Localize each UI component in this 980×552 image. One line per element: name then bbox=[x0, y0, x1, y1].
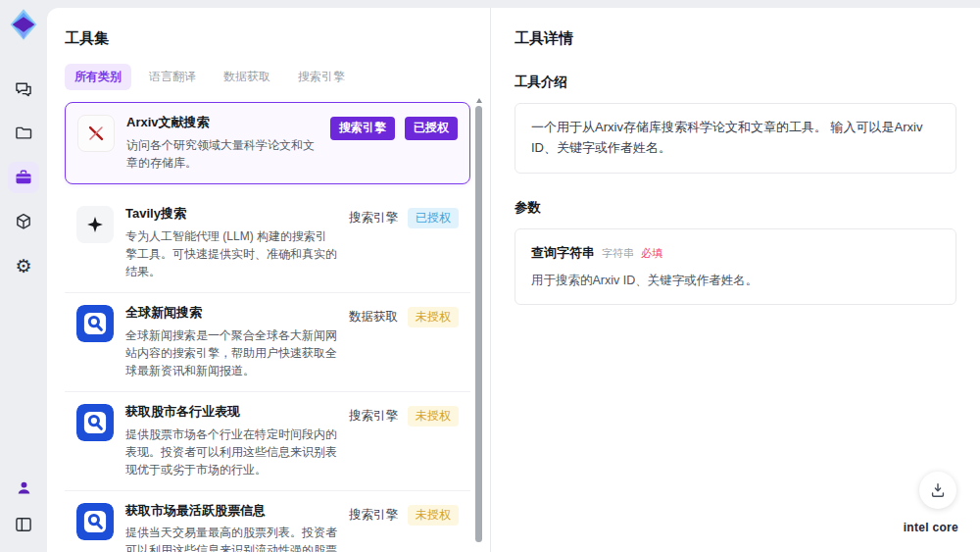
status-badge: 已授权 bbox=[408, 208, 459, 229]
download-icon bbox=[928, 480, 948, 500]
tool-name: Tavily搜索 bbox=[125, 206, 337, 223]
panel-icon bbox=[14, 515, 33, 534]
briefcase-icon bbox=[14, 168, 33, 187]
tool-list: Arxiv文献搜索 访问各个研究领域大量科学论文和文章的存储库。 搜索引擎 已授… bbox=[65, 102, 470, 552]
gear-icon: ⚙ bbox=[15, 257, 31, 276]
tab-data-fetching[interactable]: 数据获取 bbox=[214, 64, 280, 90]
stock-search-icon bbox=[76, 503, 114, 540]
tool-list-panel: 工具集 所有类别 语言翻译 数据获取 搜索引擎 Arxiv文献搜索 访问各个研究… bbox=[47, 8, 490, 552]
sidebar-item-user[interactable] bbox=[8, 472, 39, 503]
params-heading: 参数 bbox=[514, 199, 956, 217]
intel-core-logo: intel core bbox=[904, 521, 958, 534]
status-badge: 未授权 bbox=[408, 307, 459, 328]
category-badge: 搜索引擎 bbox=[330, 117, 395, 140]
tavily-icon bbox=[76, 206, 114, 243]
param-box: 查询字符串 字符串 必填 用于搜索的Arxiv ID、关键字或作者姓名。 bbox=[514, 228, 956, 306]
tool-description: 提供股票市场各个行业在特定时间段内的表现。投资者可以利用这些信息来识别表现优于或… bbox=[125, 426, 337, 478]
tool-card-active-stocks[interactable]: 获取市场最活跃股票信息 提供当天交易量最高的股票列表。投资者可以利用这些信息来识… bbox=[65, 490, 470, 552]
category-tabs: 所有类别 语言翻译 数据获取 搜索引擎 bbox=[65, 64, 470, 90]
category-label: 数据获取 bbox=[349, 309, 398, 326]
tool-name: 获取市场最活跃股票信息 bbox=[125, 503, 337, 520]
stock-search-icon bbox=[76, 404, 114, 441]
news-search-icon bbox=[76, 305, 114, 342]
tab-all-categories[interactable]: 所有类别 bbox=[65, 64, 131, 90]
param-description: 用于搜索的Arxiv ID、关键字或作者姓名。 bbox=[531, 272, 940, 290]
status-badge: 未授权 bbox=[408, 406, 459, 427]
tool-name: 全球新闻搜索 bbox=[125, 305, 337, 322]
intro-box: 一个用于从Arxiv存储库搜索科学论文和文章的工具。 输入可以是Arxiv ID… bbox=[514, 103, 956, 174]
category-label: 搜索引擎 bbox=[349, 210, 398, 226]
folder-icon bbox=[14, 124, 33, 143]
tool-description: 专为人工智能代理 (LLM) 构建的搜索引擎工具。可快速提供实时、准确和真实的结… bbox=[125, 227, 337, 280]
tool-card-tavily[interactable]: Tavily搜索 专为人工智能代理 (LLM) 构建的搜索引擎工具。可快速提供实… bbox=[65, 194, 470, 292]
sidebar-item-chat[interactable] bbox=[8, 74, 39, 105]
param-required-flag: 必填 bbox=[641, 245, 662, 263]
category-label: 搜索引擎 bbox=[349, 408, 398, 425]
sidebar-item-panel-toggle[interactable] bbox=[8, 509, 39, 540]
tool-card-arxiv[interactable]: Arxiv文献搜索 访问各个研究领域大量科学论文和文章的存储库。 搜索引擎 已授… bbox=[65, 102, 470, 184]
scroll-up-arrow-icon[interactable] bbox=[476, 98, 482, 103]
app-logo[interactable] bbox=[6, 7, 41, 42]
param-type: 字符串 bbox=[602, 245, 634, 263]
cube-icon bbox=[14, 212, 33, 231]
sidebar-item-tools[interactable] bbox=[8, 162, 39, 193]
sidebar-item-settings[interactable]: ⚙ bbox=[8, 250, 39, 281]
sidebar-item-files[interactable] bbox=[8, 118, 39, 149]
status-badge: 未授权 bbox=[408, 505, 459, 527]
scrollbar-thumb[interactable] bbox=[475, 106, 482, 542]
category-label: 搜索引擎 bbox=[349, 507, 398, 524]
diamond-logo-icon bbox=[6, 7, 41, 42]
tool-name: 获取股市各行业表现 bbox=[125, 404, 337, 421]
tool-description: 访问各个研究领域大量科学论文和文章的存储库。 bbox=[126, 136, 318, 172]
page-title: 工具集 bbox=[65, 29, 470, 48]
user-icon bbox=[15, 478, 33, 497]
tab-search-engine[interactable]: 搜索引擎 bbox=[288, 64, 355, 90]
param-name: 查询字符串 bbox=[531, 243, 595, 264]
tool-card-sector-performance[interactable]: 获取股市各行业表现 提供股票市场各个行业在特定时间段内的表现。投资者可以利用这些… bbox=[65, 391, 470, 490]
list-scrollbar[interactable] bbox=[475, 98, 482, 552]
status-badge: 已授权 bbox=[405, 117, 458, 140]
tab-language-translation[interactable]: 语言翻译 bbox=[139, 64, 206, 90]
detail-title: 工具详情 bbox=[514, 29, 956, 48]
tool-description: 全球新闻搜索是一个聚合全球各大新闻网站内容的搜索引擎，帮助用户快速获取全球最新资… bbox=[125, 326, 337, 379]
tool-detail-panel: 工具详情 工具介绍 一个用于从Arxiv存储库搜索科学论文和文章的工具。 输入可… bbox=[490, 8, 980, 552]
chat-icon bbox=[14, 79, 33, 99]
arxiv-icon bbox=[77, 115, 115, 152]
tool-description: 提供当天交易量最高的股票列表。投资者可以利用这些信息来识别流动性强的股票和潜在的… bbox=[125, 524, 337, 552]
left-rail: ⚙ bbox=[0, 0, 47, 552]
download-button[interactable] bbox=[919, 472, 956, 509]
intro-heading: 工具介绍 bbox=[514, 74, 956, 91]
sidebar-item-packages[interactable] bbox=[8, 206, 39, 237]
tool-card-global-news[interactable]: 全球新闻搜索 全球新闻搜索是一个聚合全球各大新闻网站内容的搜索引擎，帮助用户快速… bbox=[65, 292, 470, 391]
tool-name: Arxiv文献搜索 bbox=[126, 115, 318, 131]
main-surface: 工具集 所有类别 语言翻译 数据获取 搜索引擎 Arxiv文献搜索 访问各个研究… bbox=[47, 8, 980, 552]
